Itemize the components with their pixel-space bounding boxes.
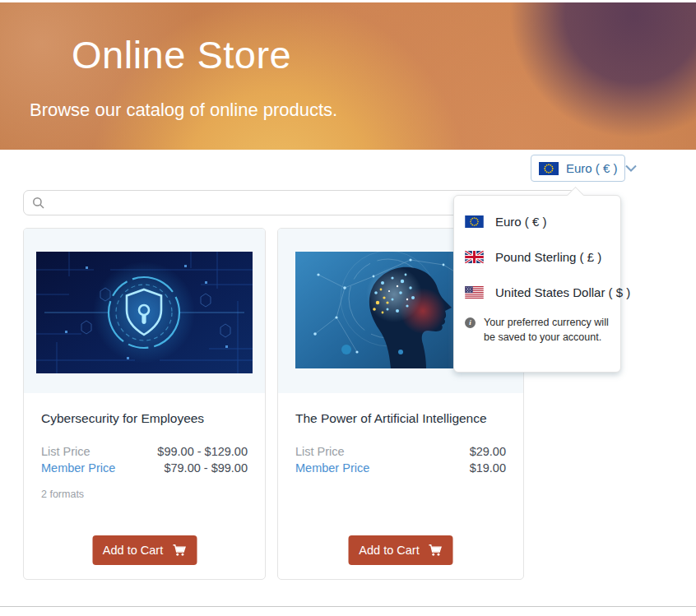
hero-banner: Online Store Browse our catalog of onlin… bbox=[0, 2, 696, 150]
currency-selector-button[interactable]: Euro ( € ) bbox=[531, 155, 625, 182]
list-price-row: List Price $99.00 - $129.00 bbox=[41, 443, 248, 460]
add-to-cart-label: Add to Cart bbox=[103, 544, 163, 557]
formats-count: 2 formats bbox=[41, 489, 248, 500]
currency-option-euro[interactable]: Euro ( € ) bbox=[454, 204, 620, 239]
product-title[interactable]: The Power of Artificial Intelligence bbox=[295, 411, 506, 426]
currency-option-usd[interactable]: United States Dollar ( $ ) bbox=[454, 275, 620, 310]
cart-icon bbox=[172, 544, 186, 557]
currency-option-label: Euro ( € ) bbox=[495, 215, 547, 229]
list-price-value: $29.00 bbox=[470, 443, 506, 460]
list-price-label: List Price bbox=[295, 443, 345, 460]
page-subtitle: Browse our catalog of online products. bbox=[30, 100, 337, 121]
uk-flag-icon bbox=[465, 251, 484, 263]
eu-flag-icon bbox=[539, 162, 559, 175]
product-image-cybersecurity[interactable] bbox=[24, 229, 265, 393]
list-price-value: $99.00 - $129.00 bbox=[157, 443, 248, 460]
member-price-label[interactable]: Member Price bbox=[41, 460, 115, 476]
info-icon: i bbox=[465, 317, 476, 328]
search-icon bbox=[32, 197, 45, 213]
currency-selected-label: Euro ( € ) bbox=[566, 161, 618, 175]
add-to-cart-button[interactable]: Add to Cart bbox=[349, 535, 453, 565]
list-price-row: List Price $29.00 bbox=[295, 443, 506, 460]
add-to-cart-button[interactable]: Add to Cart bbox=[92, 535, 197, 565]
price-table: List Price $29.00 Member Price $19.00 bbox=[295, 443, 506, 476]
chevron-down-icon bbox=[625, 164, 637, 172]
eu-flag-icon bbox=[465, 215, 484, 228]
page-title: Online Store bbox=[72, 32, 291, 77]
member-price-value: $79.00 - $99.00 bbox=[164, 460, 248, 476]
member-price-label[interactable]: Member Price bbox=[295, 460, 369, 476]
footer-divider bbox=[0, 606, 696, 607]
currency-option-label: Pound Sterling ( £ ) bbox=[495, 250, 601, 264]
cart-icon bbox=[429, 544, 443, 557]
product-title[interactable]: Cybersecurity for Employees bbox=[41, 411, 248, 426]
product-card-cybersecurity: Cybersecurity for Employees List Price $… bbox=[23, 228, 266, 580]
member-price-value: $19.00 bbox=[470, 460, 506, 476]
us-flag-icon bbox=[465, 286, 484, 299]
price-table: List Price $99.00 - $129.00 Member Price… bbox=[41, 443, 248, 476]
formats-count bbox=[295, 489, 506, 500]
member-price-row: Member Price $79.00 - $99.00 bbox=[41, 460, 248, 476]
currency-option-label: United States Dollar ( $ ) bbox=[495, 285, 630, 299]
member-price-row: Member Price $19.00 bbox=[295, 460, 506, 476]
list-price-label: List Price bbox=[41, 443, 90, 460]
add-to-cart-label: Add to Cart bbox=[359, 544, 419, 557]
currency-note: i Your preferred currency will be saved … bbox=[454, 310, 620, 345]
currency-note-text: Your preferred currency will be saved to… bbox=[484, 315, 609, 345]
currency-option-pound[interactable]: Pound Sterling ( £ ) bbox=[454, 239, 620, 275]
currency-dropdown-panel: Euro ( € ) Pound Sterling ( £ ) United S… bbox=[453, 195, 621, 373]
